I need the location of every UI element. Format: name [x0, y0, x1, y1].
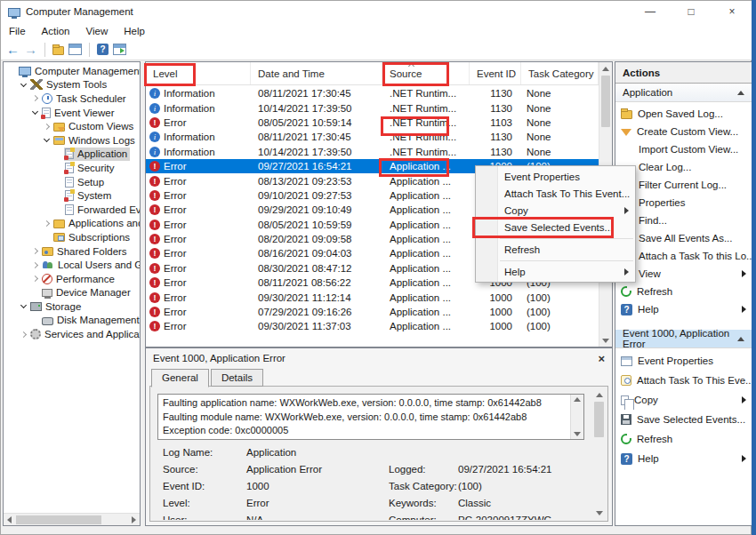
- tree-item-label: Event Viewer: [54, 108, 115, 118]
- forward-icon[interactable]: →: [24, 43, 37, 57]
- scroll-up-icon[interactable]: [592, 388, 606, 401]
- action-item[interactable]: Help: [615, 449, 752, 468]
- minimize-button[interactable]: —: [630, 1, 671, 22]
- tree-expander[interactable]: [29, 96, 41, 100]
- submenu-arrow-icon: [742, 455, 746, 462]
- tree-item[interactable]: Windows Logs: [4, 133, 140, 148]
- action-item[interactable]: Open Saved Log...: [615, 105, 752, 123]
- tree-item[interactable]: Shared Folders: [4, 244, 140, 259]
- description-scrollbar[interactable]: [570, 395, 583, 439]
- tree-item[interactable]: Subscriptions: [4, 230, 140, 244]
- tree-item[interactable]: Performance: [4, 272, 140, 286]
- event-row[interactable]: Information 08/11/2021 17:30:45 .NET Run…: [146, 86, 599, 100]
- tree-expander[interactable]: [41, 139, 52, 141]
- tree-item[interactable]: Storage: [4, 299, 140, 314]
- menu-bar-item[interactable]: File: [1, 26, 34, 36]
- event-row[interactable]: Error 07/29/2021 09:16:26 Application ..…: [146, 305, 599, 319]
- scroll-left-icon[interactable]: [7, 516, 12, 523]
- tree-expander[interactable]: [29, 276, 41, 281]
- tree-item[interactable]: Event Viewer: [4, 106, 140, 120]
- new-window-icon[interactable]: [113, 44, 126, 55]
- tree-item[interactable]: Custom Views: [4, 119, 140, 133]
- close-button[interactable]: ×: [712, 1, 752, 22]
- context-menu-item[interactable]: Event Properties: [476, 168, 635, 185]
- tree-expander[interactable]: [29, 111, 41, 114]
- date-cell: 09/29/2021 09:10:49: [251, 204, 382, 215]
- tree-expander[interactable]: [18, 305, 29, 307]
- column-header-date[interactable]: Date and Time: [251, 62, 382, 84]
- tree-item[interactable]: Applications and Se: [4, 217, 140, 231]
- collapse-icon[interactable]: [737, 91, 744, 95]
- tree-item[interactable]: Setup: [4, 175, 140, 189]
- actions-section-header-application[interactable]: Application: [615, 84, 752, 102]
- tree-expander[interactable]: [18, 332, 29, 337]
- scroll-thumb[interactable]: [594, 402, 604, 437]
- preview-tab[interactable]: General: [151, 369, 209, 387]
- preview-tab[interactable]: Details: [211, 369, 263, 387]
- action-item[interactable]: Save Selected Events...: [615, 410, 752, 429]
- scroll-down-icon[interactable]: [592, 507, 606, 519]
- level-cell: Error: [164, 321, 187, 331]
- context-menu-item[interactable]: Help: [476, 263, 635, 280]
- column-header-task-category[interactable]: Task Category: [521, 62, 599, 84]
- actions-section-header-event[interactable]: Event 1000, Application Error: [615, 330, 752, 348]
- tree-item[interactable]: System: [4, 188, 140, 203]
- event-description-box[interactable]: Faulting application name: WXWorkWeb.exe…: [157, 394, 584, 440]
- action-item[interactable]: Copy: [615, 390, 752, 410]
- tree-horizontal-scrollbar[interactable]: [4, 513, 140, 525]
- tree-item[interactable]: Security: [4, 161, 140, 175]
- action-label: Clear Log...: [639, 162, 691, 172]
- tree-expander[interactable]: [41, 124, 52, 129]
- tree-expander[interactable]: [29, 249, 41, 253]
- event-row[interactable]: Information 10/14/2021 17:39:50 .NET Run…: [146, 100, 599, 115]
- menu-bar-item[interactable]: Action: [34, 26, 78, 36]
- tree-expander[interactable]: [18, 84, 29, 86]
- action-item[interactable]: Help: [615, 300, 752, 318]
- tree-item[interactable]: Task Scheduler: [4, 92, 140, 106]
- tree-item[interactable]: Disk Management: [4, 314, 140, 328]
- open-saved-log-icon[interactable]: [52, 46, 64, 55]
- scroll-right-icon[interactable]: [132, 516, 136, 523]
- tree-item[interactable]: Computer Management (Local: [4, 64, 140, 78]
- scroll-thumb[interactable]: [601, 76, 610, 127]
- tree-item[interactable]: Local Users and Groups: [4, 258, 140, 272]
- scroll-up-icon[interactable]: [599, 62, 612, 75]
- scroll-down-icon[interactable]: [574, 432, 581, 436]
- menu-bar-item[interactable]: Help: [116, 26, 153, 36]
- action-item[interactable]: Refresh: [615, 429, 752, 449]
- tree-item-icon: [42, 260, 54, 270]
- event-row[interactable]: Error 09/30/2021 11:12:14 Application ..…: [146, 290, 599, 304]
- action-item[interactable]: Create Custom View...: [615, 123, 752, 140]
- tree-expander[interactable]: [41, 221, 52, 226]
- help-icon[interactable]: [97, 44, 109, 55]
- context-menu-item[interactable]: Refresh: [476, 241, 635, 258]
- event-row[interactable]: Error 09/30/2021 11:37:03 Application ..…: [146, 319, 599, 333]
- scroll-down-icon[interactable]: [599, 334, 612, 347]
- maximize-button[interactable]: □: [671, 1, 712, 22]
- event-row[interactable]: Information 08/11/2021 17:30:45 .NET Run…: [146, 130, 599, 144]
- preview-scrollbar[interactable]: [592, 388, 606, 519]
- tree-expander[interactable]: [29, 263, 41, 268]
- action-item[interactable]: Attach Task To This Eve...: [615, 371, 752, 390]
- tree-item[interactable]: Device Manager: [4, 286, 140, 300]
- tree-item[interactable]: Services and Applications: [4, 327, 140, 341]
- tree-item[interactable]: Application: [4, 148, 140, 162]
- event-row[interactable]: Information 10/14/2021 17:39:50 .NET Run…: [146, 145, 599, 159]
- scroll-up-icon[interactable]: [574, 397, 581, 402]
- back-icon[interactable]: ←: [6, 43, 20, 57]
- console-window-icon[interactable]: [68, 44, 82, 55]
- collapse-icon[interactable]: [737, 337, 744, 341]
- action-item[interactable]: Event Properties: [615, 351, 752, 371]
- close-preview-icon[interactable]: ×: [598, 352, 605, 365]
- column-header-event-id[interactable]: Event ID: [470, 62, 521, 84]
- menu-bar-item[interactable]: View: [78, 26, 117, 36]
- level-cell: Error: [164, 204, 187, 215]
- context-menu-item[interactable]: Attach Task To This Event...: [476, 185, 635, 202]
- action-item[interactable]: Import Custom View...: [615, 140, 752, 158]
- task-category-cell: (100): [521, 292, 599, 303]
- action-item[interactable]: Refresh: [615, 283, 752, 300]
- tree-item[interactable]: Forwarded Event: [4, 203, 140, 217]
- event-row[interactable]: Error 08/05/2021 10:59:14 .NET Runtim...…: [146, 116, 599, 130]
- tree-item[interactable]: System Tools: [4, 78, 140, 92]
- scroll-thumb[interactable]: [16, 515, 101, 524]
